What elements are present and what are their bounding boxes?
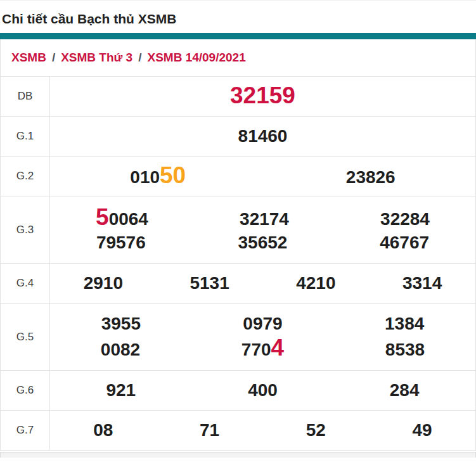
prize-number: 32159 bbox=[230, 84, 295, 109]
prize-label: G.1 bbox=[1, 117, 50, 156]
digits: 5131 bbox=[190, 273, 229, 293]
prize-label: DB bbox=[1, 77, 50, 116]
digits: 52 bbox=[306, 420, 326, 440]
digits: 32174 bbox=[240, 209, 289, 229]
prize-number: 5131 bbox=[190, 272, 229, 295]
prize-number: 284 bbox=[390, 379, 420, 402]
digits: 0979 bbox=[243, 314, 282, 333]
prize-number: 400 bbox=[248, 379, 278, 402]
prize-number: 0082 bbox=[101, 338, 140, 361]
digits: 35652 bbox=[238, 233, 288, 252]
table-row-g4: G.42910513142103314 bbox=[1, 264, 475, 304]
prize-number: 35652 bbox=[238, 231, 288, 254]
highlighted-digits: 50 bbox=[160, 162, 186, 188]
prize-value-line: 81460 bbox=[50, 125, 475, 148]
prize-number: 7704 bbox=[241, 336, 284, 361]
breadcrumb-link-0[interactable]: XSMB bbox=[11, 51, 46, 65]
digits: 1384 bbox=[385, 314, 424, 333]
prize-value-line: 008277048538 bbox=[50, 336, 475, 361]
page-title: Chi tiết cầu Bạch thủ XSMB bbox=[2, 11, 476, 27]
digits: 284 bbox=[390, 380, 420, 400]
digits: 400 bbox=[248, 380, 278, 400]
next-section-strip bbox=[0, 452, 476, 458]
results-panel: XSMB/XSMB Thứ 3/XSMB 14/09/2021 DB32159G… bbox=[0, 39, 476, 451]
breadcrumb-link-1[interactable]: XSMB Thứ 3 bbox=[61, 51, 132, 65]
prize-number: 79576 bbox=[96, 231, 146, 254]
digits: 4210 bbox=[296, 273, 335, 293]
prize-values: 08715249 bbox=[50, 411, 475, 450]
breadcrumb: XSMB/XSMB Thứ 3/XSMB 14/09/2021 bbox=[1, 39, 475, 77]
prize-values: 2910513142103314 bbox=[50, 264, 475, 303]
results-table: DB32159G.181460G.20105023826G.3500643217… bbox=[1, 77, 475, 451]
prize-value-line: 2910513142103314 bbox=[50, 272, 475, 295]
highlighted-digits: 4 bbox=[271, 335, 285, 361]
digits: 08 bbox=[93, 420, 113, 440]
prize-label: G.3 bbox=[1, 196, 50, 263]
prize-values: 0105023826 bbox=[50, 157, 475, 196]
prize-number: 921 bbox=[106, 379, 136, 402]
prize-number: 1384 bbox=[385, 312, 424, 335]
digits: 3314 bbox=[402, 273, 442, 293]
digits: 770 bbox=[241, 340, 271, 359]
prize-label: G.6 bbox=[1, 371, 50, 410]
prize-values: 32159 bbox=[50, 77, 475, 116]
digits: 010 bbox=[130, 167, 160, 187]
digits: 23826 bbox=[346, 167, 396, 187]
highlighted-digits: 32159 bbox=[230, 82, 295, 108]
prize-value-line: 0105023826 bbox=[50, 164, 475, 189]
prize-value-line: 08715249 bbox=[50, 419, 475, 442]
prize-number: 49 bbox=[413, 419, 432, 442]
breadcrumb-separator: / bbox=[52, 51, 55, 65]
prize-number: 2910 bbox=[84, 272, 123, 295]
table-row-g5: G.5395509791384008277048538 bbox=[1, 304, 475, 371]
digits: 2910 bbox=[84, 273, 123, 293]
prize-number: 81460 bbox=[238, 125, 288, 148]
prize-values: 395509791384008277048538 bbox=[50, 304, 475, 370]
table-row-db: DB32159 bbox=[1, 77, 475, 117]
prize-label: G.7 bbox=[1, 411, 50, 450]
digits: 81460 bbox=[238, 126, 288, 146]
prize-number: 08 bbox=[93, 419, 113, 442]
digits: 32284 bbox=[380, 209, 430, 229]
highlighted-digits: 5 bbox=[96, 204, 109, 230]
table-row-g2: G.20105023826 bbox=[1, 157, 475, 196]
digits: 46767 bbox=[380, 233, 429, 252]
prize-values: 81460 bbox=[50, 117, 475, 156]
breadcrumb-separator: / bbox=[138, 51, 141, 65]
digits: 49 bbox=[413, 420, 432, 440]
digits: 79576 bbox=[96, 233, 146, 252]
prize-number: 52 bbox=[306, 419, 326, 442]
prize-value-line: 921400284 bbox=[50, 379, 475, 402]
prize-values: 500643217432284795763565246767 bbox=[50, 196, 475, 263]
prize-number: 32174 bbox=[240, 208, 289, 231]
prize-number: 46767 bbox=[380, 231, 429, 254]
prize-number: 01050 bbox=[130, 164, 186, 189]
prize-number: 23826 bbox=[346, 166, 396, 189]
prize-number: 4210 bbox=[296, 272, 335, 295]
digits: 71 bbox=[200, 420, 219, 440]
prize-value-line: 795763565246767 bbox=[50, 231, 475, 254]
prize-number: 0979 bbox=[243, 312, 282, 335]
breadcrumb-link-2[interactable]: XSMB 14/09/2021 bbox=[147, 51, 245, 65]
prize-label: G.5 bbox=[1, 304, 50, 370]
digits: 921 bbox=[106, 380, 136, 400]
digits: 0064 bbox=[109, 209, 148, 229]
table-row-g7: G.708715249 bbox=[1, 411, 475, 451]
prize-number: 8538 bbox=[385, 338, 425, 361]
prize-number: 3314 bbox=[402, 272, 442, 295]
prize-number: 71 bbox=[200, 419, 219, 442]
digits: 0082 bbox=[101, 340, 140, 359]
prize-number: 3955 bbox=[101, 312, 141, 335]
table-row-g3: G.3500643217432284795763565246767 bbox=[1, 196, 475, 264]
prize-value-line: 32159 bbox=[50, 84, 475, 109]
prize-number: 32284 bbox=[380, 208, 430, 231]
prize-label: G.2 bbox=[1, 157, 50, 196]
prize-value-line: 395509791384 bbox=[50, 312, 475, 335]
digits: 8538 bbox=[385, 340, 425, 359]
prize-values: 921400284 bbox=[50, 371, 475, 410]
prize-value-line: 500643217432284 bbox=[50, 205, 475, 231]
digits: 3955 bbox=[101, 314, 141, 333]
accent-bar bbox=[0, 33, 476, 39]
prize-label: G.4 bbox=[1, 264, 50, 303]
table-row-g1: G.181460 bbox=[1, 117, 475, 157]
